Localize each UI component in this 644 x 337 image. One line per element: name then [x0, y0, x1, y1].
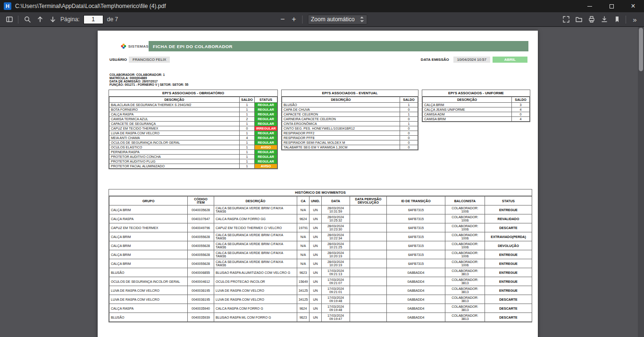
table-header-row: DESCRIÇÃO SALDO: [423, 97, 530, 103]
desc-cell: CAPACETE CELERON: [282, 112, 400, 117]
unid-cell: UN: [309, 277, 322, 286]
table-row: CAPACETE DE SEGURANÇA1REGULAR: [109, 122, 277, 126]
desc-cell: TALABARTE SEG EM Y ARAMIDA 1,30CM: [282, 145, 400, 150]
epi-obrigatorio-table: EPI'S ASSOCIADOS - OBRIGATÓRIO DESCRIÇÃO…: [109, 90, 278, 169]
download-button[interactable]: [598, 14, 611, 25]
sidebar-toggle-button[interactable]: [3, 14, 16, 25]
status-cell: REGULAR: [255, 107, 277, 112]
status-cell: ENTREGUE: [485, 259, 532, 268]
table-row: CAMISA TERMICA AZUL2REGULAR: [109, 117, 277, 122]
column-header: GRUPO: [109, 197, 188, 205]
grupo-cell: CALÇA BRIM: [109, 241, 188, 250]
table-header-row: GRUPO CÓDIGO ITEM DESCRIÇÃO CA UNID. DAT…: [109, 197, 532, 205]
table-row: CALÇA BRIM0040055628CALCA SEGURANCA VERD…: [109, 250, 532, 259]
toolbar-right-group: »: [560, 14, 641, 25]
unid-cell: UN: [309, 232, 322, 241]
column-header: DESCRIÇÃO: [282, 97, 400, 103]
arrow-up-icon: [36, 16, 44, 23]
table-row: TALABARTE SEG EM Y ARAMIDA 1,30CM0: [282, 145, 418, 150]
emission-group: DATA EMISSÃO 10/04/2024 10:57 ABRIL: [421, 57, 527, 63]
info-line-matricula: MATRÍCULA: 0000004889: [109, 76, 188, 80]
table-row: RESPIRADOR PFF80: [282, 136, 418, 140]
desc-cell: RESPIRADOR SEMI FACIAL MOLDEX M: [282, 140, 400, 145]
download-icon: [601, 16, 608, 23]
table-row: PROTETOR AUDITIVO PLUG1REGULAR: [109, 159, 277, 164]
table-row: LUVA DE RASPA COM VELCRO0040036195LUVA D…: [109, 295, 532, 304]
page-label: Página:: [60, 16, 80, 23]
zoom-out-button[interactable]: −: [277, 14, 288, 25]
pdf-toolbar: Página: de 7 − + Zoom automático »: [0, 12, 644, 27]
sidebar-icon: [6, 16, 13, 23]
close-button[interactable]: ×: [622, 0, 644, 12]
desc-cell: PROTETOR AUDITIVO PLUG: [109, 159, 240, 164]
scrollbar-thumb[interactable]: [639, 28, 643, 71]
vertical-scrollbar[interactable]: [638, 27, 644, 337]
more-tools-button[interactable]: »: [628, 14, 641, 25]
epi-tables-row: EPI'S ASSOCIADOS - OBRIGATÓRIO DESCRIÇÃO…: [109, 90, 530, 169]
desc-cell: OCULOS PROTECAO INCOLOR: [214, 277, 297, 286]
close-icon: ×: [631, 2, 635, 10]
column-header: DESCRIÇÃO: [214, 197, 297, 205]
pdf-viewer: SISTEMAS FICHA DE EPI DO COLABORADOR USU…: [0, 27, 644, 337]
bookmark-button[interactable]: [611, 14, 623, 25]
desc-cell: CAPUZ EM TECIDO THERMEX: [109, 126, 240, 131]
toolbar-divider: [18, 16, 18, 24]
desc-cell: CALCA RASPA COM FORRO G: [214, 304, 297, 313]
saldo-cell: 1: [240, 140, 255, 145]
grupo-cell: CAPUZ EM TECIDO THERMEX: [109, 223, 188, 232]
column-header: SALDO: [400, 97, 418, 103]
desc-cell: CALCA SEGURANCA VERDE BRIM C/FAIXA TAM36: [214, 205, 297, 214]
saldo-cell: 0: [400, 140, 418, 145]
presentation-mode-button[interactable]: [560, 14, 572, 25]
status-cell: REGULAR: [255, 150, 277, 155]
unid-cell: UN: [309, 268, 322, 277]
desc-cell: CAPA DE CHUVA: [282, 107, 400, 112]
status-cell: ENTREGUE: [485, 268, 532, 277]
desc-cell: BLUSAO RASPA ALUMITIZADO COM VELCRO G: [214, 268, 297, 277]
info-line-funcao: FUNÇÃO: 001271 - FORNEIRO V | SETOR: SET…: [109, 83, 188, 86]
balconista-cell: COLABORADOR: 1006: [445, 232, 485, 241]
maximize-button[interactable]: [601, 0, 622, 12]
saldo-cell: 1: [240, 131, 255, 136]
data-cell: 17/03/2024 09:21:07: [322, 277, 350, 286]
codigo-cell: 0040035939: [188, 313, 214, 322]
zoom-select[interactable]: Zoom automático: [308, 15, 367, 25]
open-file-button[interactable]: [572, 14, 585, 25]
desc-cell: CAMISA ADM: [423, 112, 512, 117]
unid-cell: UN: [309, 205, 322, 214]
devolucao-cell: [350, 250, 387, 259]
window-controls: ×: [579, 0, 644, 12]
saldo-cell: 0: [240, 126, 255, 131]
table-row: CAMISA ADM0: [423, 112, 530, 117]
table-row: LUVA DE RASPA COM VELCRO0040036195LUVA D…: [109, 286, 532, 295]
saldo-cell: 1: [240, 103, 255, 107]
page-number-input[interactable]: [84, 15, 103, 24]
status-cell: REGULAR: [255, 140, 277, 145]
codigo-cell: 0040055628: [188, 259, 214, 268]
search-icon: [24, 16, 31, 23]
printer-icon: [588, 16, 595, 23]
ca-cell: N/A: [297, 259, 309, 268]
unid-cell: UN: [309, 286, 322, 295]
print-button[interactable]: [585, 14, 598, 25]
codigo-cell: 0040036195: [188, 295, 214, 304]
next-page-button[interactable]: [46, 14, 59, 25]
table-row: MEIA ANTI CHAMA4REGULAR: [109, 136, 277, 140]
table-row: OCULOS ELASTICO1AVISO: [109, 145, 277, 150]
status-cell: REGULAR: [255, 159, 277, 164]
data-cell: 17/03/2024 09:19:47: [322, 313, 350, 322]
id-cell: 6AFB7315: [387, 259, 445, 268]
search-button[interactable]: [21, 14, 33, 25]
zoom-select-value: Zoom automático: [311, 16, 355, 23]
status-cell: REGULAR: [255, 103, 277, 107]
status-cell: DESCARTE: [485, 223, 532, 232]
table-row: CAPA DE CHUVA0: [282, 107, 418, 112]
minimize-button[interactable]: [579, 0, 601, 12]
table-row: BLUSÃO1: [282, 103, 418, 107]
desc-cell: CALCA SEGURANCA VERDE BRIM C/FAIXA TAM36: [214, 232, 297, 241]
status-cell: DESCARTE: [485, 313, 532, 322]
previous-page-button[interactable]: [33, 14, 46, 25]
desc-cell: MEIA ANTI CHAMA: [109, 136, 240, 140]
table-row: RESPIRADOR SEMI FACIAL MOLDEX M0: [282, 140, 418, 145]
zoom-in-button[interactable]: +: [288, 14, 300, 25]
